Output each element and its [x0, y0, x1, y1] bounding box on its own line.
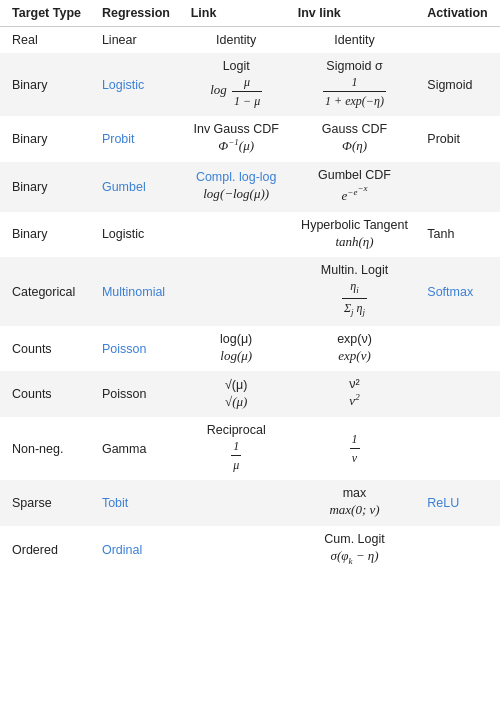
link-cell — [183, 257, 290, 326]
target-type-cell: Real — [0, 27, 94, 54]
link-cell: log(μ)log(μ) — [183, 326, 290, 372]
regression-cell[interactable]: Poisson — [94, 326, 183, 372]
link-text: Reciprocal — [207, 423, 266, 437]
target-type-cell: Counts — [0, 326, 94, 372]
link-cell: √(μ)√(μ) — [183, 371, 290, 417]
link-cell — [183, 480, 290, 526]
invlink-cell: 1ν — [290, 417, 420, 480]
link-cell: Identity — [183, 27, 290, 54]
invlink-cell: Identity — [290, 27, 420, 54]
activation-link[interactable]: ReLU — [427, 496, 459, 510]
table-row: BinaryLogisticLogitlog μ1 − μSigmoid σ11… — [0, 53, 500, 116]
invlink-text: Gumbel CDF — [318, 168, 391, 182]
target-type-cell: Binary — [0, 162, 94, 212]
invlink-cell: maxmax(0; ν) — [290, 480, 420, 526]
link-text: Identity — [216, 33, 256, 47]
table-row: CountsPoisson√(μ)√(μ)ν²ν2 — [0, 371, 500, 417]
invlink-text: exp(ν) — [337, 332, 372, 346]
table-row: CountsPoissonlog(μ)log(μ)exp(ν)exp(ν) — [0, 326, 500, 372]
regression-cell[interactable]: Ordinal — [94, 526, 183, 574]
table-row: SparseTobitmaxmax(0; ν)ReLU — [0, 480, 500, 526]
activation-cell — [419, 371, 500, 417]
target-type-cell: Ordered — [0, 526, 94, 574]
activation-cell — [419, 27, 500, 54]
regression-cell: Gamma — [94, 417, 183, 480]
link-text: √(μ) — [225, 378, 247, 392]
regression-link[interactable]: Logistic — [102, 78, 144, 92]
invlink-text: Sigmoid σ — [326, 59, 382, 73]
activation-link[interactable]: Softmax — [427, 285, 473, 299]
link-text: Logit — [223, 59, 250, 73]
col-header-activation: Activation — [419, 0, 500, 27]
regression-link[interactable]: Probit — [102, 132, 135, 146]
invlink-cell: Cum. Logitσ(φk − η) — [290, 526, 420, 574]
regression-link[interactable]: Poisson — [102, 342, 146, 356]
invlink-cell: Multin. LogitηiΣj ηj — [290, 257, 420, 326]
regression-cell[interactable]: Logistic — [94, 53, 183, 116]
activation-cell: Tanh — [419, 212, 500, 258]
activation-cell — [419, 162, 500, 212]
activation-cell: Probit — [419, 116, 500, 162]
regression-link[interactable]: Tobit — [102, 496, 128, 510]
invlink-text: Multin. Logit — [321, 263, 388, 277]
invlink-cell: exp(ν)exp(ν) — [290, 326, 420, 372]
target-type-cell: Binary — [0, 53, 94, 116]
table-row: OrderedOrdinalCum. Logitσ(φk − η) — [0, 526, 500, 574]
activation-cell — [419, 526, 500, 574]
col-header-invlink: Inv link — [290, 0, 420, 27]
invlink-cell: Hyperbolic Tangenttanh(η) — [290, 212, 420, 258]
table-row: BinaryGumbelCompl. log-loglog(−log(μ))Gu… — [0, 162, 500, 212]
table-row: Non-neg.GammaReciprocal1μ1ν — [0, 417, 500, 480]
invlink-text: Cum. Logit — [324, 532, 384, 546]
regression-cell[interactable]: Multinomial — [94, 257, 183, 326]
invlink-cell: Sigmoid σ11 + exp(−η) — [290, 53, 420, 116]
link-cell: Reciprocal1μ — [183, 417, 290, 480]
invlink-cell: Gumbel CDFe−e−x — [290, 162, 420, 212]
invlink-cell: ν²ν2 — [290, 371, 420, 417]
invlink-text: Identity — [334, 33, 374, 47]
activation-cell[interactable]: ReLU — [419, 480, 500, 526]
link-text: log(μ) — [220, 332, 252, 346]
link-cell: Compl. log-loglog(−log(μ)) — [183, 162, 290, 212]
link-text[interactable]: Compl. log-log — [196, 170, 277, 184]
target-type-cell: Non-neg. — [0, 417, 94, 480]
table-row: BinaryLogisticHyperbolic Tangenttanh(η)T… — [0, 212, 500, 258]
activation-cell[interactable]: Softmax — [419, 257, 500, 326]
target-type-cell: Sparse — [0, 480, 94, 526]
regression-cell: Logistic — [94, 212, 183, 258]
regression-cell: Poisson — [94, 371, 183, 417]
link-text: Inv Gauss CDF — [193, 122, 278, 136]
target-type-cell: Binary — [0, 116, 94, 162]
activation-cell: Sigmoid — [419, 53, 500, 116]
regression-link[interactable]: Ordinal — [102, 543, 142, 557]
activation-cell — [419, 417, 500, 480]
target-type-cell: Counts — [0, 371, 94, 417]
link-cell: Logitlog μ1 − μ — [183, 53, 290, 116]
table-row: BinaryProbitInv Gauss CDFΦ−1(μ)Gauss CDF… — [0, 116, 500, 162]
col-header-target: Target Type — [0, 0, 94, 27]
invlink-text: Hyperbolic Tangent — [301, 218, 408, 232]
regression-link[interactable]: Multinomial — [102, 285, 165, 299]
link-cell: Inv Gauss CDFΦ−1(μ) — [183, 116, 290, 162]
target-type-cell: Binary — [0, 212, 94, 258]
target-type-cell: Categorical — [0, 257, 94, 326]
col-header-link: Link — [183, 0, 290, 27]
invlink-text: ν² — [349, 377, 359, 391]
invlink-cell: Gauss CDFΦ(η) — [290, 116, 420, 162]
invlink-text: Gauss CDF — [322, 122, 387, 136]
regression-cell[interactable]: Gumbel — [94, 162, 183, 212]
regression-cell: Linear — [94, 27, 183, 54]
regression-cell[interactable]: Tobit — [94, 480, 183, 526]
table-row: RealLinearIdentityIdentity — [0, 27, 500, 54]
regression-cell[interactable]: Probit — [94, 116, 183, 162]
activation-cell — [419, 326, 500, 372]
link-cell — [183, 526, 290, 574]
table-row: CategoricalMultinomialMultin. LogitηiΣj … — [0, 257, 500, 326]
regression-link[interactable]: Gumbel — [102, 180, 146, 194]
link-cell — [183, 212, 290, 258]
col-header-regression: Regression — [94, 0, 183, 27]
invlink-text: max — [343, 486, 367, 500]
